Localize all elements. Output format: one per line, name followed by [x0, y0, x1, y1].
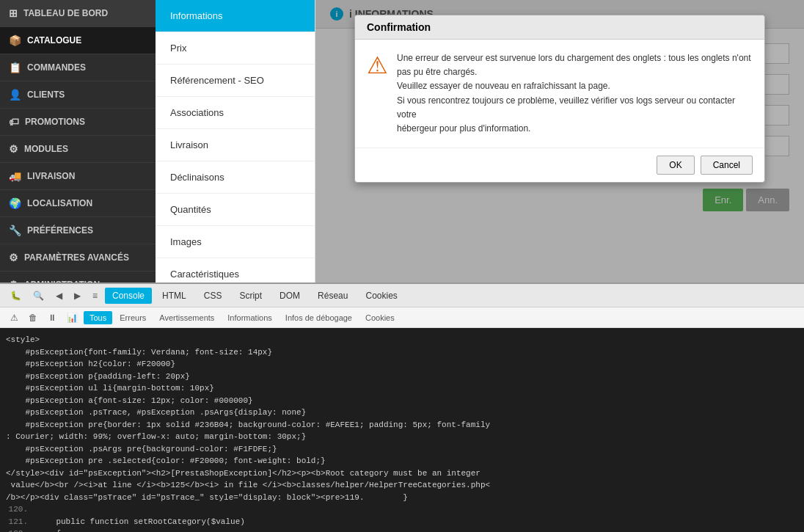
devtools-debug-icon[interactable]: 🐛 — [6, 288, 26, 304]
sidebar: ⊞ TABLEAU DE BORD 📦 CATALOGUE 📋 COMMANDE… — [0, 0, 156, 283]
devtools-back-icon[interactable]: ◀ — [51, 288, 67, 304]
livraison-icon: 🚚 — [9, 170, 21, 182]
devtools-subtab-erreurs[interactable]: Erreurs — [114, 311, 152, 324]
code-line-9: #psException .psArgs pre{background-colo… — [6, 443, 798, 456]
code-line-13: /b></p><div class="psTrace" id="psTrace_… — [6, 492, 798, 504]
devtools-tab-cookies[interactable]: Cookies — [358, 288, 404, 304]
devtools-subtab-cookies[interactable]: Cookies — [359, 311, 401, 324]
code-line-4: #psException ul li{margin-bottom: 10px} — [6, 382, 798, 395]
modal-footer: OK Cancel — [355, 147, 764, 182]
sidebar-item-clients[interactable]: 👤 CLIENTS — [0, 81, 156, 109]
devtools-clear-icon[interactable]: 🗑 — [24, 310, 42, 326]
tableau-icon: ⊞ — [9, 7, 18, 19]
devtools-subtab-debogage[interactable]: Infos de débogage — [279, 311, 358, 324]
devtools-chart-icon[interactable]: 📊 — [62, 310, 82, 326]
sidebar-item-localisation[interactable]: 🌍 LOCALISATION — [0, 190, 156, 217]
code-line-7: #psException pre{border: 1px solid #236B… — [6, 419, 798, 431]
devtools-toolbar: 🐛 🔍 ◀ ▶ ≡ Console HTML CSS Script DOM Ré… — [0, 284, 804, 307]
modules-icon: ⚙ — [9, 143, 18, 155]
devtools-list-icon[interactable]: ≡ — [88, 288, 102, 304]
devtools-subtab-tous[interactable]: Tous — [84, 311, 112, 324]
sidebar-item-livraison[interactable]: 🚚 LIVRAISON — [0, 163, 156, 190]
modal-header: Confirmation — [355, 15, 764, 40]
sidebar-item-commandes[interactable]: 📋 COMMANDES — [0, 54, 156, 81]
sidebar-item-parametres[interactable]: ⚙ PARAMÈTRES AVANCÉS — [0, 244, 156, 272]
devtools-tab-html[interactable]: HTML — [155, 288, 194, 304]
modal-cancel-button[interactable]: Cancel — [701, 156, 753, 175]
code-line-12: value</b><br /><i>at line </i><b>125</b>… — [6, 479, 798, 492]
app-container: ⊞ TABLEAU DE BORD 📦 CATALOGUE 📋 COMMANDE… — [0, 0, 804, 532]
code-line-11: </style><div id="psException"><h2>[Prest… — [6, 467, 798, 480]
commandes-icon: 📋 — [9, 62, 21, 73]
promotions-icon: 🏷 — [9, 116, 19, 128]
code-line-10: #psException pre .selected{color: #F2000… — [6, 455, 798, 467]
devtools-tab-script[interactable]: Script — [232, 288, 269, 304]
modal-ok-button[interactable]: OK — [657, 156, 694, 175]
subpanel-item-caracteristiques[interactable]: Caractéristiques — [156, 258, 315, 283]
code-line-0: <style> — [6, 334, 798, 346]
devtools-subtabs: ⚠ 🗑 ⏸ 📊 Tous Erreurs Avertissements Info… — [0, 307, 804, 328]
code-line-1: #psException{font-family: Verdana; font-… — [6, 346, 798, 359]
subpanel-item-informations[interactable]: Informations — [156, 0, 315, 32]
code-line-16: 122. { — [6, 528, 798, 532]
modal-dialog: Confirmation ⚠ Une erreur de serveur est… — [354, 15, 765, 183]
preferences-icon: 🔧 — [9, 225, 21, 236]
modal-body: ⚠ Une erreur de serveur est survenue lor… — [355, 40, 764, 147]
devtools-pause-icon[interactable]: ⏸ — [43, 310, 61, 326]
sidebar-item-modules[interactable]: ⚙ MODULES — [0, 136, 156, 163]
devtools-subtab-informations[interactable]: Informations — [222, 311, 278, 324]
catalogue-icon: 📦 — [9, 34, 21, 46]
main-area: ⊞ TABLEAU DE BORD 📦 CATALOGUE 📋 COMMANDE… — [0, 0, 804, 283]
devtools-forward-icon[interactable]: ▶ — [70, 288, 85, 304]
sidebar-item-catalogue[interactable]: 📦 CATALOGUE — [0, 27, 156, 54]
code-line-8: : Courier; width: 99%; overflow-x: auto;… — [6, 431, 798, 443]
subpanel-item-prix[interactable]: Prix — [156, 32, 315, 65]
code-line-15: 121. public function setRootCategory($va… — [6, 516, 798, 528]
code-line-14: 120. — [6, 503, 798, 516]
modal-text: Une erreur de serveur est survenue lors … — [397, 51, 753, 136]
devtools-content[interactable]: <style> #psException{font-family: Verdan… — [0, 328, 804, 532]
sidebar-item-preferences[interactable]: 🔧 PRÉFÉRENCES — [0, 217, 156, 244]
code-line-6: #psException .psTrace, #psException .psA… — [6, 407, 798, 419]
devtools-subtab-avertissements[interactable]: Avertissements — [153, 311, 220, 324]
code-line-5: #psException a{font-size: 12px; color: #… — [6, 395, 798, 407]
sidebar-item-tableau[interactable]: ⊞ TABLEAU DE BORD — [0, 0, 156, 27]
clients-icon: 👤 — [9, 89, 21, 101]
subpanel-item-referencement[interactable]: Référencement - SEO — [156, 65, 315, 97]
sub-panel: Informations Prix Référencement - SEO As… — [156, 0, 315, 283]
parametres-icon: ⚙ — [9, 252, 18, 263]
subpanel-item-quantites[interactable]: Quantités — [156, 194, 315, 226]
devtools-tab-css[interactable]: CSS — [197, 288, 230, 304]
content-area: i i INFORMATIONS * Nom Référence — [315, 0, 804, 283]
modal-overlay: Confirmation ⚠ Une erreur de serveur est… — [315, 0, 804, 283]
devtools-error-icon[interactable]: ⚠ — [6, 310, 23, 326]
devtools-inspect-icon[interactable]: 🔍 — [29, 288, 48, 304]
code-line-2: #psException h2{color: #F20000} — [6, 358, 798, 371]
devtools-tab-reseau[interactable]: Réseau — [310, 288, 355, 304]
subpanel-item-declinaisons[interactable]: Déclinaisons — [156, 161, 315, 194]
devtools-tab-dom[interactable]: DOM — [272, 288, 307, 304]
sidebar-item-administration[interactable]: ⚙ ADMINISTRATION — [0, 272, 156, 283]
sidebar-item-promotions[interactable]: 🏷 PROMOTIONS — [0, 109, 156, 136]
subpanel-item-livraison[interactable]: Livraison — [156, 129, 315, 161]
code-line-3: #psException p{padding-left: 20px} — [6, 371, 798, 383]
localisation-icon: 🌍 — [9, 197, 21, 209]
devtools-panel: 🐛 🔍 ◀ ▶ ≡ Console HTML CSS Script DOM Ré… — [0, 283, 804, 532]
subpanel-item-images[interactable]: Images — [156, 226, 315, 258]
devtools-tab-console[interactable]: Console — [105, 288, 152, 304]
subpanel-item-associations[interactable]: Associations — [156, 97, 315, 129]
warning-icon: ⚠ — [367, 51, 388, 79]
